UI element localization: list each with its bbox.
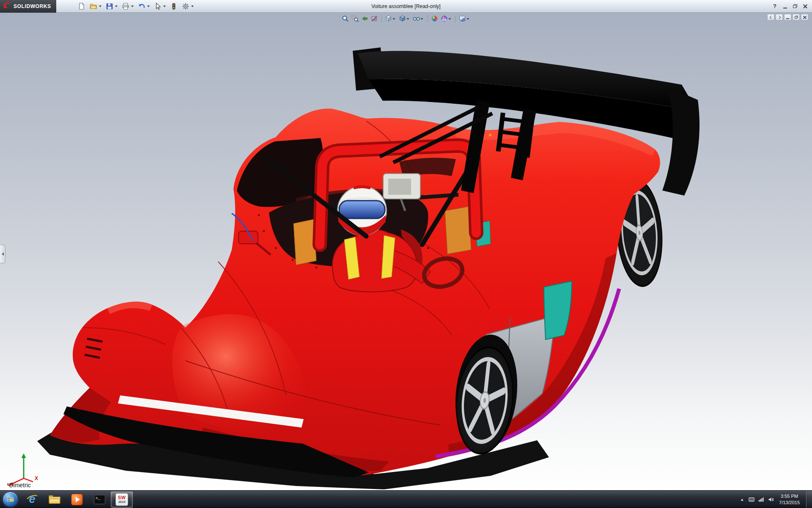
- view-settings-button[interactable]: [458, 14, 472, 24]
- window-controls: ?: [771, 2, 809, 10]
- restore-icon: [793, 4, 797, 8]
- close-button[interactable]: [801, 2, 809, 10]
- clock-date: 7/13/2015: [779, 500, 800, 505]
- system-tray: ▲ 3:55 PM 7/13/: [739, 491, 812, 508]
- title-bar: SOLIDWORKS: [0, 0, 812, 13]
- show-desktop-button[interactable]: [806, 491, 812, 508]
- show-hidden-icons-button[interactable]: ▲: [739, 497, 745, 502]
- previous-window-button[interactable]: [767, 14, 774, 20]
- chevron-left-icon: [769, 15, 773, 19]
- start-button[interactable]: [3, 491, 18, 507]
- close-icon: [803, 16, 807, 19]
- display-style-button[interactable]: [398, 14, 411, 24]
- document-window-controls: [767, 14, 808, 20]
- view-orientation-label: *Dimetric: [7, 482, 31, 489]
- open-dropdown-caret[interactable]: [99, 6, 102, 7]
- window-title: Voiture assomblee [Read-only]: [371, 3, 440, 9]
- new-document-icon: [78, 3, 85, 10]
- toolbar-separator: [455, 15, 456, 22]
- previous-view-button[interactable]: [360, 14, 370, 24]
- application-menu[interactable]: SOLIDWORKS: [0, 0, 56, 13]
- feature-tree-collapse-handle[interactable]: [0, 245, 5, 263]
- hide-show-items-button[interactable]: [412, 14, 425, 24]
- maximize-button[interactable]: [791, 2, 799, 10]
- solidworks-logo-icon: [3, 1, 11, 11]
- apply-scene-icon: [441, 15, 448, 22]
- open-button[interactable]: [88, 1, 99, 11]
- zoom-to-area-button[interactable]: [351, 14, 360, 24]
- help-button[interactable]: ?: [771, 2, 779, 10]
- orange-panel-right[interactable]: [445, 207, 471, 254]
- sketch-point: [489, 134, 491, 136]
- undo-button[interactable]: [137, 1, 147, 11]
- display-style-caret[interactable]: [407, 18, 409, 20]
- heads-up-view-toolbar: [341, 14, 472, 24]
- view-settings-caret[interactable]: [467, 18, 469, 20]
- save-button[interactable]: [104, 1, 115, 11]
- previous-view-icon: [361, 15, 369, 22]
- select-dropdown-caret[interactable]: [163, 6, 166, 7]
- save-icon: [106, 3, 113, 10]
- taskbar-app-solidworks-2015[interactable]: SW 2015: [111, 491, 133, 508]
- options-dropdown-caret[interactable]: [191, 6, 194, 7]
- close-icon: [803, 4, 807, 8]
- taskbar-app-windows-explorer[interactable]: [44, 491, 66, 508]
- graphics-viewport[interactable]: X *Dimetric: [0, 13, 812, 490]
- up-arrow-icon: ▲: [740, 497, 744, 502]
- edit-appearance-button[interactable]: [430, 14, 439, 24]
- rebuild-button[interactable]: [169, 1, 179, 11]
- restore-icon: [795, 16, 798, 19]
- section-view-icon: [371, 15, 379, 22]
- 3d-model-canvas[interactable]: [0, 13, 812, 490]
- print-button[interactable]: [121, 1, 131, 11]
- zoom-to-area-icon: [351, 15, 359, 22]
- zoom-to-fit-icon: [342, 15, 349, 22]
- solidworks-window: SOLIDWORKS: [0, 0, 812, 508]
- view-orientation-button[interactable]: [384, 14, 398, 24]
- print-dropdown-caret[interactable]: [131, 6, 134, 7]
- options-button[interactable]: [181, 1, 191, 11]
- network-tray-icon[interactable]: [758, 497, 764, 502]
- apply-scene-caret[interactable]: [449, 18, 451, 20]
- select-cursor-icon: [154, 3, 162, 10]
- help-icon: ?: [773, 3, 776, 9]
- main-toolbar: [77, 1, 196, 11]
- brand-text: SOLIDWORKS: [14, 3, 51, 9]
- doc-restore-button[interactable]: [793, 14, 800, 20]
- taskbar-app-media-player[interactable]: [66, 491, 88, 508]
- doc-close-button[interactable]: [801, 14, 808, 20]
- open-folder-icon: [90, 3, 97, 10]
- minimize-button[interactable]: [781, 2, 789, 10]
- apply-scene-button[interactable]: [440, 14, 453, 24]
- windows-flag-icon: [7, 496, 14, 502]
- save-dropdown-caret[interactable]: [115, 6, 118, 7]
- chevron-right-icon: [777, 15, 780, 19]
- volume-tray-icon[interactable]: [768, 497, 774, 502]
- zoom-to-fit-button[interactable]: [341, 14, 350, 24]
- minimize-icon: [786, 18, 789, 19]
- next-window-button[interactable]: [776, 14, 783, 20]
- minimize-icon: [783, 8, 787, 8]
- y-axis-arrow: [22, 453, 26, 458]
- select-button[interactable]: [153, 1, 163, 11]
- command-prompt-icon: >_: [94, 495, 105, 504]
- taskbar-app-command-prompt[interactable]: >_: [88, 491, 110, 508]
- undo-dropdown-caret[interactable]: [147, 6, 150, 7]
- doc-minimize-button[interactable]: [784, 14, 791, 20]
- internet-explorer-icon: e: [26, 493, 38, 506]
- edit-appearance-ball-icon: [431, 15, 439, 22]
- solidworks-app-icon: SW 2015: [115, 493, 128, 506]
- view-orientation-caret[interactable]: [393, 18, 395, 20]
- new-document-button[interactable]: [77, 1, 87, 11]
- helmet-stripe: [354, 187, 370, 188]
- chevron-left-icon: [2, 252, 4, 256]
- taskbar-app-internet-explorer[interactable]: e: [21, 491, 43, 508]
- section-view-button[interactable]: [370, 14, 379, 24]
- options-gear-icon: [182, 3, 189, 10]
- hide-show-glasses-icon: [413, 15, 420, 22]
- hide-show-caret[interactable]: [421, 18, 423, 20]
- clock-time: 3:55 PM: [779, 493, 800, 499]
- keyboard-layout-tray-icon[interactable]: [749, 497, 754, 502]
- toolbar-separator: [381, 15, 382, 22]
- taskbar-clock[interactable]: 3:55 PM 7/13/2015: [779, 493, 800, 505]
